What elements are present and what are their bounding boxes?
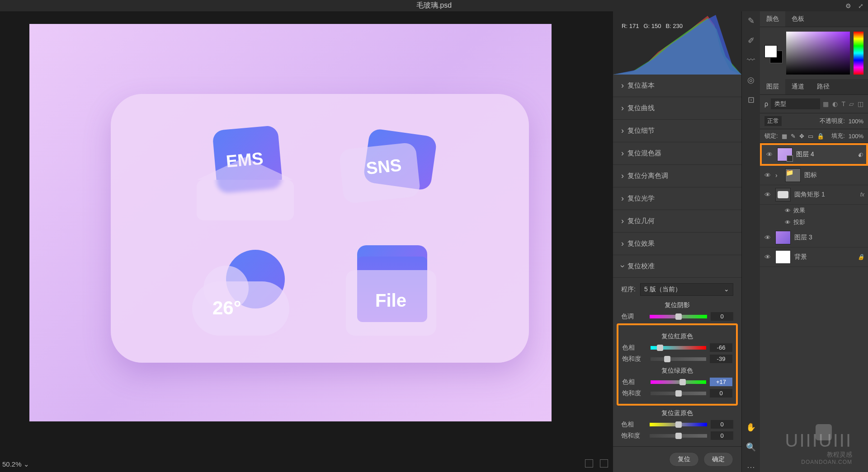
eyedropper-icon[interactable]: ✐ — [748, 36, 755, 46]
fill-value[interactable]: 100% — [849, 133, 863, 140]
tab-swatches[interactable]: 色板 — [785, 11, 811, 27]
red-sat-value[interactable]: -39 — [710, 355, 732, 363]
layer-thumb[interactable] — [775, 231, 791, 244]
tone-label: 色调 — [621, 313, 646, 321]
lock-trans-icon[interactable]: ▦ — [782, 133, 787, 140]
blend-mode-select[interactable]: 正常 — [764, 116, 782, 126]
vertical-toolbar: ✎ ✐ 〰 ◎ ⊡ ✋ 🔍 ⋯ — [742, 11, 760, 472]
filter-shape-icon[interactable]: ▱ — [849, 100, 854, 107]
green-hue-slider[interactable] — [651, 380, 706, 384]
filter-adjust-icon[interactable]: ◐ — [832, 100, 838, 107]
color-tabs: 颜色 色板 — [760, 11, 868, 27]
acc-curve[interactable]: 复位曲线 — [613, 97, 741, 120]
acc-mixer[interactable]: 复位混色器 — [613, 142, 741, 165]
more-icon[interactable]: ⋯ — [747, 462, 755, 472]
histogram[interactable]: R: 171 G: 150 B: 230 — [613, 11, 741, 75]
zoom-icon[interactable]: 🔍 — [746, 442, 756, 452]
brush-icon[interactable]: 〰 — [747, 56, 755, 65]
sns-icon: SNS — [341, 132, 445, 214]
fg-bg-swatch[interactable] — [764, 45, 783, 63]
blue-hue-value[interactable]: 0 — [711, 420, 733, 429]
blue-sat-slider[interactable] — [650, 434, 707, 438]
acc-effects[interactable]: 复位效果 — [613, 233, 741, 255]
target-icon[interactable]: ◎ — [747, 75, 755, 85]
camera-raw-panel: R: 171 G: 150 B: 230 复位基本 复位曲线 复位细节 复位混色… — [613, 11, 741, 472]
green-title: 复位绿原色 — [622, 367, 732, 375]
opacity-value[interactable]: 100% — [849, 118, 863, 125]
blue-title: 复位蓝原色 — [621, 409, 733, 417]
green-hue-value[interactable]: +17 — [710, 378, 732, 386]
blue-hue-slider[interactable] — [650, 423, 707, 426]
shadow-title: 复位阴影 — [621, 301, 733, 309]
acc-optics[interactable]: 复位光学 — [613, 187, 741, 210]
edit-icon[interactable]: ✎ — [748, 16, 755, 26]
visibility-icon[interactable]: 👁 — [764, 234, 772, 241]
layer-tabs: 图层 通道 路径 — [760, 79, 868, 95]
acc-split[interactable]: 复位分离色调 — [613, 165, 741, 187]
view-mode-2-icon[interactable] — [600, 459, 608, 467]
tab-channels[interactable]: 通道 — [785, 79, 811, 94]
tone-value[interactable]: 0 — [711, 312, 733, 321]
view-mode-1-icon[interactable] — [585, 459, 593, 467]
acc-basic[interactable]: 复位基本 — [613, 75, 741, 97]
filter-text-icon[interactable]: T — [841, 100, 845, 107]
gear-icon[interactable]: ⚙ — [845, 2, 851, 9]
lock-all-icon[interactable]: 🔒 — [817, 133, 824, 140]
fill-label: 填充: — [831, 132, 845, 140]
layer-icons-group[interactable]: 👁 › 📁 图标 — [760, 166, 868, 185]
visibility-icon[interactable]: 👁 — [764, 191, 772, 198]
process-select[interactable]: 5 版（当前） — [640, 283, 733, 296]
layer-thumb[interactable] — [775, 250, 791, 264]
layer-thumb[interactable] — [777, 148, 793, 161]
ems-icon: EMS — [194, 128, 298, 218]
doc-title: 毛玻璃.psd — [416, 1, 452, 10]
layer-3[interactable]: 👁 图层 3 — [760, 228, 868, 248]
lock-pos-icon[interactable]: ✥ — [799, 133, 804, 140]
layer-filter-select[interactable]: 类型 — [771, 98, 820, 109]
layer-thumb[interactable] — [775, 188, 791, 201]
lock-artboard-icon[interactable]: ▭ — [808, 133, 813, 140]
folder-icon: 📁 — [785, 168, 801, 182]
visibility-icon[interactable]: 👁 — [765, 151, 774, 158]
crop-icon[interactable]: ⊡ — [748, 95, 755, 105]
lock-paint-icon[interactable]: ✎ — [791, 133, 796, 140]
acc-geom[interactable]: 复位几何 — [613, 210, 741, 233]
histo-r: R: 171 — [622, 23, 639, 29]
acc-detail[interactable]: 复位细节 — [613, 120, 741, 142]
ok-button[interactable]: 确定 — [703, 452, 733, 467]
visibility-icon[interactable]: 👁 — [764, 172, 772, 179]
filter-smart-icon[interactable]: ◫ — [858, 100, 863, 107]
hand-icon[interactable]: ✋ — [746, 422, 756, 432]
process-label: 程序: — [621, 285, 636, 294]
tab-color[interactable]: 颜色 — [760, 11, 785, 27]
layer-background[interactable]: 👁 背景 🔒 — [760, 248, 868, 267]
acc-calib[interactable]: 复位校准 — [613, 255, 741, 278]
red-hue-value[interactable]: -66 — [710, 343, 732, 352]
hue-strip[interactable] — [854, 32, 863, 75]
filter-image-icon[interactable]: ▦ — [823, 100, 829, 107]
canvas-area[interactable]: EMS SNS 26° File 50.2% ⌄ — [0, 11, 613, 472]
layer-list: 👁 图层 4 ◐ 👁 › 📁 图标 👁 圆角矩形 1 fx � — [760, 143, 868, 472]
tab-layers[interactable]: 图层 — [760, 79, 785, 94]
blue-sat-value[interactable]: 0 — [711, 431, 733, 440]
zoom-level[interactable]: 50.2% ⌄ — [2, 460, 29, 468]
reset-button[interactable]: 复位 — [669, 452, 699, 467]
layer-rounded-rect[interactable]: 👁 圆角矩形 1 fx — [760, 185, 868, 205]
filter-icon[interactable]: ◐ — [858, 151, 863, 158]
effects-row[interactable]: 👁效果 — [760, 205, 868, 216]
visibility-icon[interactable]: 👁 — [764, 253, 772, 261]
tab-paths[interactable]: 路径 — [811, 79, 836, 94]
layer-4[interactable]: 👁 图层 4 ◐ — [760, 143, 868, 166]
drop-shadow-row[interactable]: 👁投影 — [760, 216, 868, 228]
layers-panel-group: ✎ ✐ 〰 ◎ ⊡ ✋ 🔍 ⋯ 颜色 色板 图层 通道 路径 — [741, 11, 868, 472]
expand-icon[interactable]: ⤢ — [858, 2, 863, 9]
red-hue-slider[interactable] — [651, 346, 706, 350]
green-sat-slider[interactable] — [651, 392, 706, 395]
green-sat-value[interactable]: 0 — [710, 389, 732, 397]
color-field[interactable] — [786, 32, 850, 75]
artboard: EMS SNS 26° File — [29, 24, 552, 421]
red-sat-slider[interactable] — [651, 357, 706, 361]
card-bg — [111, 94, 529, 363]
tone-slider[interactable] — [650, 315, 707, 318]
file-icon: File — [344, 245, 445, 340]
